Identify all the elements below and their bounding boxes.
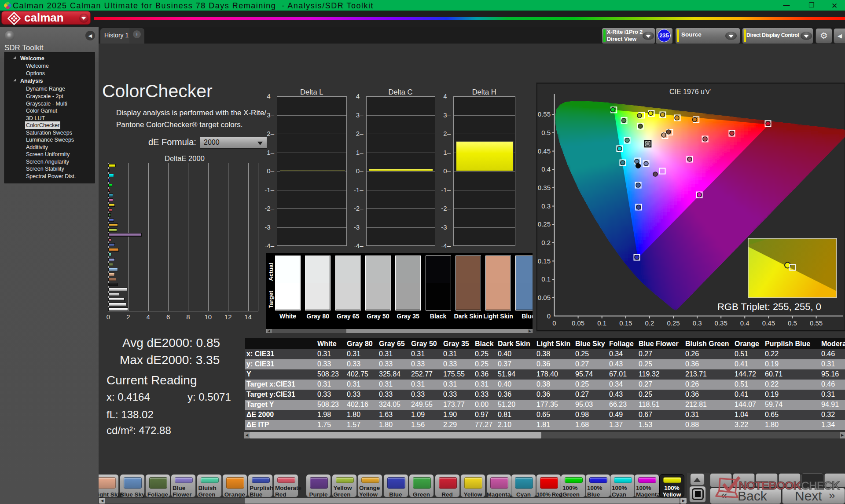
svg-text:0.45: 0.45 <box>538 147 551 155</box>
svg-text:0.1: 0.1 <box>541 275 551 283</box>
svg-text:0.5: 0.5 <box>541 129 551 136</box>
svg-text:CIE 1976 u'v': CIE 1976 u'v' <box>669 88 711 95</box>
svg-text:0.25: 0.25 <box>538 220 551 228</box>
svg-text:0.15: 0.15 <box>619 319 632 327</box>
svg-text:0.3: 0.3 <box>693 319 702 327</box>
svg-text:0.45: 0.45 <box>762 319 775 327</box>
svg-text:RGB Triplet: 255, 255, 0: RGB Triplet: 255, 255, 0 <box>717 301 821 312</box>
svg-text:0: 0 <box>552 319 556 327</box>
svg-text:0.1: 0.1 <box>597 319 606 327</box>
svg-text:0.05: 0.05 <box>572 319 584 327</box>
svg-text:0.3: 0.3 <box>541 202 551 210</box>
svg-text:0.4: 0.4 <box>541 165 551 173</box>
svg-text:0.5: 0.5 <box>788 319 797 327</box>
svg-text:0.55: 0.55 <box>810 319 823 327</box>
svg-text:NOTEBOOK: NOTEBOOK <box>738 479 801 492</box>
svg-text:0.25: 0.25 <box>667 319 680 327</box>
svg-text:0.35: 0.35 <box>538 184 551 191</box>
svg-text:CHECK: CHECK <box>801 479 840 492</box>
svg-text:0.05: 0.05 <box>538 294 551 301</box>
svg-text:0.2: 0.2 <box>645 319 654 327</box>
svg-text:0.15: 0.15 <box>538 257 551 265</box>
svg-text:0: 0 <box>547 312 551 320</box>
svg-text:0.4: 0.4 <box>740 319 749 327</box>
svg-text:0.35: 0.35 <box>715 319 727 327</box>
svg-text:0.55: 0.55 <box>538 110 551 118</box>
svg-text:0.2: 0.2 <box>541 239 551 246</box>
